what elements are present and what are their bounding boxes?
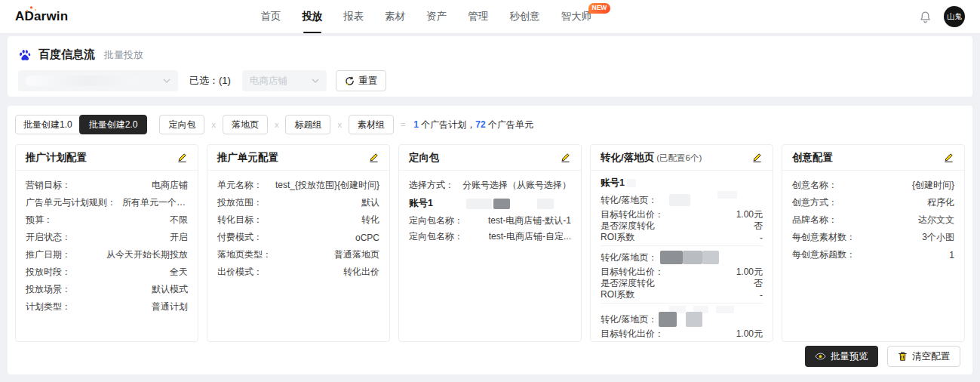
- config-row: 推广日期：从今天开始长期投放: [26, 246, 188, 263]
- nav-item-quick-creative[interactable]: 秒创意: [509, 0, 540, 33]
- config-row: 创意方式：程序化: [792, 194, 954, 211]
- main-menu: 首页 投放 报表 素材 资产 管理 秒创意 智大师 NEW: [260, 0, 591, 33]
- redacted-block: [717, 191, 737, 199]
- edit-pencil-icon[interactable]: [751, 152, 763, 163]
- row-label: 投放场景：: [26, 283, 71, 296]
- tab-batch-create-1[interactable]: 批量创建1.0: [15, 115, 81, 134]
- card-header: 推广计划配置: [16, 145, 198, 171]
- config-row: 选择方式：分账号选择（从账号选择）: [409, 177, 571, 194]
- edit-pencil-icon[interactable]: [177, 152, 188, 163]
- redacted-block: [466, 199, 492, 209]
- row-label: 每创意素材数：: [792, 231, 856, 244]
- redacted-account-value: [26, 75, 139, 86]
- row-value: 转化出价: [343, 266, 379, 279]
- conversion-group: 转化/落地页： 目标转化出价：1.00元 是否深度转化否 ROI系数-: [601, 248, 763, 300]
- row-label: 预算：: [26, 214, 53, 226]
- chip-title-group[interactable]: 标题组: [285, 115, 330, 134]
- card-title: 创意配置: [792, 151, 833, 165]
- conversion-group: 转化/落地页： 目标转化出价：1.00元: [601, 306, 763, 340]
- equals-sign: =: [401, 120, 405, 129]
- trash-icon: [898, 351, 908, 362]
- shop-type-select[interactable]: 电商店铺: [242, 70, 327, 91]
- chip-targeting-package[interactable]: 定向包: [159, 115, 204, 134]
- row-label: 定向包名称：: [409, 214, 463, 227]
- nav-item-assets[interactable]: 资产: [426, 0, 447, 33]
- row-value: 转化: [361, 214, 379, 226]
- row-value: 达尔文文: [918, 214, 954, 226]
- config-row: 是否深度转化否: [601, 220, 763, 232]
- main-panel: 批量创建1.0 批量创建2.0 定向包 x 落地页 x 标题组 x 素材组 = …: [8, 106, 972, 374]
- chip-material-group[interactable]: 素材组: [349, 115, 394, 134]
- row-label: 创意名称：: [792, 179, 837, 192]
- footer-actions: 批量预览 清空配置: [805, 346, 960, 367]
- nav-item-delivery[interactable]: 投放: [302, 0, 322, 33]
- filter-panel: 百度信息流 批量投放 已选：(1) 电商店铺: [8, 36, 972, 97]
- channel-title-row: 百度信息流 批量投放: [18, 36, 962, 62]
- chevron-down-icon: [163, 79, 171, 83]
- nav-item-home[interactable]: 首页: [260, 0, 281, 33]
- row-value: test-电商店铺-默认-1: [488, 214, 571, 227]
- row-label: 转化目标：: [217, 214, 263, 226]
- card-unit-config: 推广单元配置 单元名称：test_{投放范围}{创建时间} 投放范围：默认 转化…: [207, 144, 390, 342]
- row-value: 默认: [361, 196, 379, 209]
- row-label: 出价模式：: [217, 266, 263, 279]
- divider: [601, 245, 763, 246]
- refresh-icon: [345, 76, 355, 86]
- row-label: ROI系数: [601, 288, 634, 301]
- row-value: 默认模式: [152, 283, 188, 296]
- nav-item-zhidashi[interactable]: 智大师 NEW: [561, 0, 592, 33]
- row-label: 投放时段：: [26, 266, 71, 279]
- redacted-block: [716, 306, 734, 313]
- unit-suffix: 个广告单元: [486, 119, 533, 130]
- row-label: 单元名称：: [217, 179, 263, 192]
- batch-preview-button[interactable]: 批量预览: [805, 346, 878, 367]
- app-logo[interactable]: ADarwin: [15, 9, 68, 24]
- app-logo-text: ADarwin: [15, 9, 68, 23]
- config-row: 广告单元与计划规则：所有单元一个计划: [26, 194, 188, 211]
- user-avatar[interactable]: 山鬼: [944, 6, 965, 27]
- account-select[interactable]: [18, 70, 178, 91]
- edit-pencil-icon[interactable]: [560, 152, 571, 163]
- row-label: 付费模式：: [217, 231, 263, 244]
- multiply-sign: x: [211, 120, 216, 129]
- row-value: 所有单元一个计划: [122, 196, 188, 209]
- row-label: 目标转化出价：: [601, 328, 664, 340]
- row-value: -: [760, 233, 763, 243]
- edit-pencil-icon[interactable]: [368, 152, 379, 163]
- account-name: 账号1: [601, 177, 625, 189]
- card-header: 转化/落地页(已配置6个): [591, 145, 773, 171]
- notification-bell-icon[interactable]: [919, 11, 932, 23]
- card-title-text: 转化/落地页: [601, 152, 654, 163]
- config-cards: 推广计划配置 营销目标：电商店铺 广告单元与计划规则：所有单元一个计划 预算：不…: [15, 144, 965, 342]
- clear-config-button[interactable]: 清空配置: [887, 346, 960, 367]
- landing-page-row: 转化/落地页：: [601, 248, 763, 266]
- row-label: 品牌名称：: [792, 214, 837, 226]
- card-body: 创意名称：{创建时间} 创意方式：程序化 品牌名称：达尔文文 每创意素材数：3个…: [782, 171, 964, 341]
- card-title: 转化/落地页(已配置6个): [601, 151, 702, 165]
- top-nav: ADarwin 首页 投放 报表 素材 资产 管理 秒创意 智大师 NEW: [0, 0, 980, 33]
- row-label: 创意方式：: [792, 196, 837, 209]
- row-value: 开启: [170, 231, 188, 244]
- reset-button[interactable]: 重置: [336, 70, 386, 91]
- shop-type-value: 电商店铺: [250, 75, 287, 88]
- nav-item-materials[interactable]: 素材: [385, 0, 405, 33]
- row-value: oCPC: [355, 233, 379, 243]
- redacted-block: [660, 251, 683, 264]
- config-row: 投放场景：默认模式: [26, 281, 188, 298]
- card-body: 营销目标：电商店铺 广告单元与计划规则：所有单元一个计划 预算：不限 开启状态：…: [16, 171, 198, 341]
- chip-landing-page[interactable]: 落地页: [223, 115, 268, 134]
- edit-pencil-icon[interactable]: [943, 152, 954, 163]
- plan-count: 1: [413, 119, 419, 130]
- nav-item-management[interactable]: 管理: [468, 0, 488, 33]
- row-value: 不限: [170, 214, 188, 226]
- row-value: 电商店铺: [152, 179, 188, 192]
- row-value: 否: [754, 277, 763, 290]
- tab-batch-create-2[interactable]: 批量创建2.0: [79, 115, 148, 134]
- card-header: 推广单元配置: [207, 145, 389, 171]
- multiply-sign: x: [337, 120, 342, 129]
- nav-right: 山鬼: [919, 6, 965, 27]
- row-label: 推广日期：: [26, 248, 71, 261]
- nav-item-reports[interactable]: 报表: [343, 0, 364, 33]
- config-row: 预算：不限: [26, 211, 188, 229]
- row-label: 广告单元与计划规则：: [26, 196, 116, 209]
